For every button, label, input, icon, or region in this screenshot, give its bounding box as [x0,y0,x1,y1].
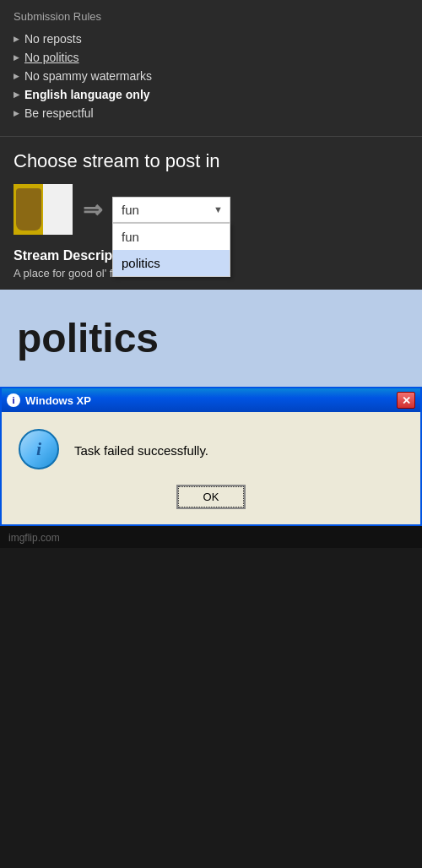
stream-selector-row: ⇒ fun fun politics [14,184,408,235]
winxp-message: Task failed successfully. [74,442,208,459]
stream-option-fun[interactable]: fun [113,224,230,250]
rule-item-1: No reposts [14,30,408,48]
winxp-footer: OK [2,485,420,524]
winxp-ok-button[interactable]: OK [176,485,246,509]
stream-dropdown-wrapper: fun fun politics [112,197,408,223]
thumb-left [14,184,43,235]
winxp-info-bubble: i [19,429,59,469]
thumb-face-shape [16,188,41,231]
imgflip-watermark: imgflip.com [8,532,60,544]
winxp-dialog: i Windows XP ✕ i Task failed successfull… [0,387,422,526]
choose-stream-section: Choose stream to post in ⇒ fun fun [0,136,422,248]
rule-item-3: No spammy watermarks [14,67,408,85]
winxp-close-button[interactable]: ✕ [397,392,415,409]
submission-rules-section: Submission Rules No reposts No politics … [0,0,422,136]
choose-stream-title: Choose stream to post in [14,150,408,172]
winxp-body: i Task failed successfully. [2,412,420,485]
rule-item-2: No politics [14,48,408,67]
politics-label: politics [17,315,159,361]
winxp-title-label: Windows XP [25,394,91,407]
winxp-title-area: i Windows XP [7,393,91,407]
rule-item-4: English language only [14,85,408,104]
stream-dropdown-menu: fun politics [112,223,230,277]
rules-list: No reposts No politics No spammy waterma… [14,30,408,122]
imgflip-bar: imgflip.com [0,526,422,548]
rule-item-5: Be respectful [14,104,408,122]
stream-dropdown-trigger[interactable]: fun [112,197,230,223]
thumb-right [43,184,73,235]
politics-overlay: politics [0,290,422,387]
rules-title: Submission Rules [14,10,408,23]
winxp-titlebar: i Windows XP ✕ [2,388,420,412]
stream-dropdown-selected: fun [122,203,139,217]
stream-option-politics[interactable]: politics [113,250,230,276]
thumbnail-inner [14,184,73,235]
arrow-icon: ⇒ [83,196,102,224]
post-thumbnail [14,184,73,235]
winxp-title-icon: i [7,393,20,407]
winxp-info-icon: i [19,429,61,471]
